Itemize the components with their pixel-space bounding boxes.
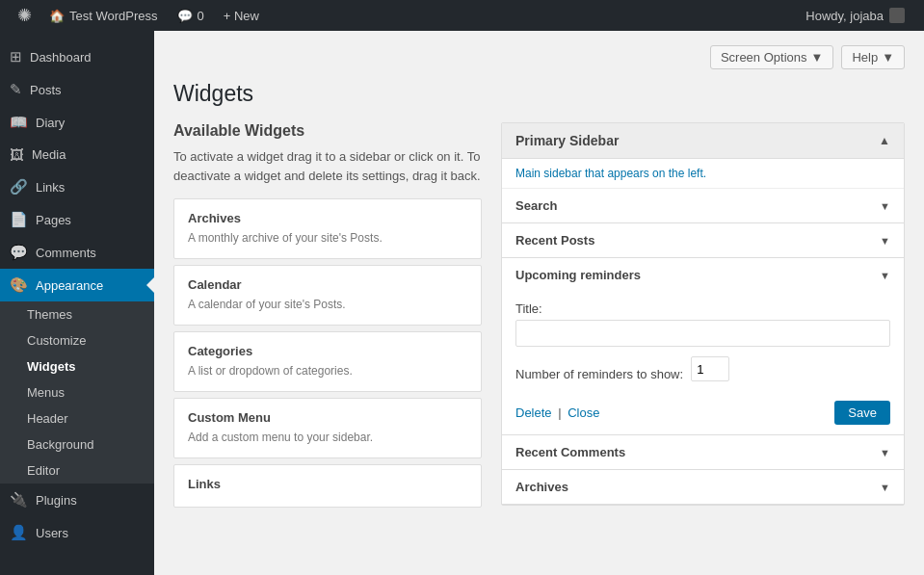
title-input[interactable] — [515, 320, 890, 347]
comments-icon: 💬 — [177, 9, 193, 23]
expand-icon: ▼ — [880, 270, 890, 281]
widget-archives-title: Archives — [188, 211, 467, 225]
delete-link[interactable]: Delete — [515, 405, 552, 420]
available-widgets-panel: Available Widgets To activate a widget d… — [173, 122, 482, 513]
widget-custom-menu-desc: Add a custom menu to your sidebar. — [188, 429, 467, 446]
top-buttons: Screen Options ▼ Help ▼ — [173, 45, 905, 69]
sidebar-item-comments[interactable]: 💬 Comments — [0, 236, 154, 269]
sidebar-item-editor[interactable]: Editor — [0, 457, 154, 484]
title-label: Title: — [515, 301, 890, 316]
users-icon: 👤 — [10, 524, 28, 541]
help-button[interactable]: Help ▼ — [841, 45, 905, 69]
number-row: Number of reminders to show: — [515, 356, 890, 391]
widget-custom-menu-title: Custom Menu — [188, 410, 467, 425]
sidebar-item-plugins[interactable]: 🔌 Plugins — [0, 484, 154, 516]
widget-categories-title: Categories — [188, 344, 467, 358]
widgets-layout: Available Widgets To activate a widget d… — [173, 122, 905, 513]
primary-sidebar-header: Primary Sidebar ▲ — [502, 123, 904, 159]
widget-slot-recent-posts-header[interactable]: Recent Posts ▼ — [502, 223, 904, 257]
main-content: Screen Options ▼ Help ▼ Widgets Availabl… — [154, 31, 924, 575]
chevron-down-icon: ▼ — [882, 50, 894, 65]
home-icon: 🏠 — [49, 9, 65, 23]
sidebar-item-links[interactable]: 🔗 Links — [0, 170, 154, 203]
appearance-submenu: Themes Customize Widgets Menus Header Ba… — [0, 301, 154, 484]
widget-archives-desc: A monthly archive of your site's Posts. — [188, 229, 467, 247]
close-link[interactable]: Close — [568, 405, 599, 420]
layout: ⊞ Dashboard ✎ Posts 📖 Diary 🖼 Media 🔗 Li… — [0, 31, 924, 575]
collapse-icon[interactable]: ▲ — [879, 134, 890, 147]
available-widgets-heading: Available Widgets — [173, 122, 482, 140]
sidebar-item-pages[interactable]: 📄 Pages — [0, 203, 154, 236]
widget-slot-recent-comments: Recent Comments ▼ — [502, 435, 904, 470]
chevron-down-icon: ▼ — [811, 50, 824, 65]
primary-sidebar-title: Primary Sidebar — [515, 133, 619, 148]
adminbar-right: Howdy, jojaba — [796, 0, 914, 31]
widget-actions: Delete | Close Save — [515, 401, 890, 425]
wp-logo[interactable]: ✺ — [10, 5, 40, 26]
sidebar: ⊞ Dashboard ✎ Posts 📖 Diary 🖼 Media 🔗 Li… — [0, 31, 154, 575]
sidebar-item-customize[interactable]: Customize — [0, 327, 154, 353]
primary-sidebar-panel: Primary Sidebar ▲ Main sidebar that appe… — [501, 122, 905, 506]
widget-slot-upcoming-reminders: Upcoming reminders ▼ Title: Number of re… — [502, 258, 904, 435]
media-icon: 🖼 — [10, 146, 24, 163]
widget-archives[interactable]: Archives A monthly archive of your site'… — [173, 198, 482, 259]
widget-slot-search: Search ▼ — [502, 189, 904, 223]
adminbar-new[interactable]: + New — [214, 0, 269, 31]
sidebar-item-dashboard[interactable]: ⊞ Dashboard — [0, 40, 154, 73]
widget-categories[interactable]: Categories A list or dropdown of categor… — [173, 331, 482, 392]
adminbar-howdy[interactable]: Howdy, jojaba — [796, 0, 914, 31]
widget-slot-search-header[interactable]: Search ▼ — [502, 189, 904, 222]
sidebar-item-appearance[interactable]: 🎨 Appearance — [0, 269, 154, 301]
comments-nav-icon: 💬 — [10, 244, 28, 261]
page-title: Widgets — [173, 81, 905, 107]
widget-links-group: Delete | Close — [515, 405, 599, 420]
sidebar-item-menus[interactable]: Menus — [0, 379, 154, 405]
sidebar-item-media[interactable]: 🖼 Media — [0, 139, 154, 170]
dashboard-icon: ⊞ — [10, 48, 22, 65]
appearance-icon: 🎨 — [10, 276, 28, 294]
expand-icon: ▼ — [880, 447, 890, 458]
sidebar-item-widgets[interactable]: Widgets — [0, 353, 154, 379]
sidebar-item-background[interactable]: Background — [0, 431, 154, 457]
widget-custom-menu[interactable]: Custom Menu Add a custom menu to your si… — [173, 398, 482, 458]
sidebar-item-header[interactable]: Header — [0, 405, 154, 431]
expand-icon: ▼ — [880, 200, 890, 212]
widget-slot-recent-posts: Recent Posts ▼ — [502, 223, 904, 258]
posts-icon: ✎ — [10, 81, 22, 98]
widget-links-title: Links — [188, 477, 467, 491]
avatar — [889, 8, 905, 23]
primary-sidebar-subtitle: Main sidebar that appears on the left. — [502, 159, 904, 189]
adminbar-site[interactable]: 🏠 Test WordPress — [40, 0, 168, 31]
widget-calendar-title: Calendar — [188, 277, 467, 292]
sidebar-item-diary[interactable]: 📖 Diary — [0, 106, 154, 139]
widget-slot-archives-sidebar-header[interactable]: Archives ▼ — [502, 470, 904, 504]
screen-options-button[interactable]: Screen Options ▼ — [710, 45, 833, 69]
sidebar-item-users[interactable]: 👤 Users — [0, 516, 154, 549]
sidebar-item-themes[interactable]: Themes — [0, 301, 154, 327]
adminbar-comments[interactable]: 💬 0 — [168, 0, 214, 31]
widget-slot-upcoming-reminders-header[interactable]: Upcoming reminders ▼ — [502, 258, 904, 292]
widget-categories-desc: A list or dropdown of categories. — [188, 362, 467, 379]
widget-calendar-desc: A calendar of your site's Posts. — [188, 296, 467, 313]
available-widgets-description: To activate a widget drag it to a sideba… — [173, 147, 482, 185]
links-icon: 🔗 — [10, 178, 28, 196]
admin-bar: ✺ 🏠 Test WordPress 💬 0 + New Howdy, joja… — [0, 0, 924, 31]
widget-slot-recent-comments-header[interactable]: Recent Comments ▼ — [502, 435, 904, 469]
plugins-icon: 🔌 — [10, 491, 28, 509]
expand-icon: ▼ — [880, 482, 890, 493]
save-button[interactable]: Save — [834, 401, 890, 425]
sidebar-item-posts[interactable]: ✎ Posts — [0, 73, 154, 106]
expand-icon: ▼ — [880, 235, 890, 247]
number-input[interactable] — [691, 356, 729, 381]
pages-icon: 📄 — [10, 211, 28, 228]
widget-slot-archives-sidebar: Archives ▼ — [502, 470, 904, 505]
link-separator: | — [558, 405, 561, 420]
widget-calendar[interactable]: Calendar A calendar of your site's Posts… — [173, 265, 482, 326]
diary-icon: 📖 — [10, 114, 28, 131]
widget-expanded-content: Title: Number of reminders to show: Dele… — [502, 292, 904, 434]
widget-links[interactable]: Links — [173, 464, 482, 508]
